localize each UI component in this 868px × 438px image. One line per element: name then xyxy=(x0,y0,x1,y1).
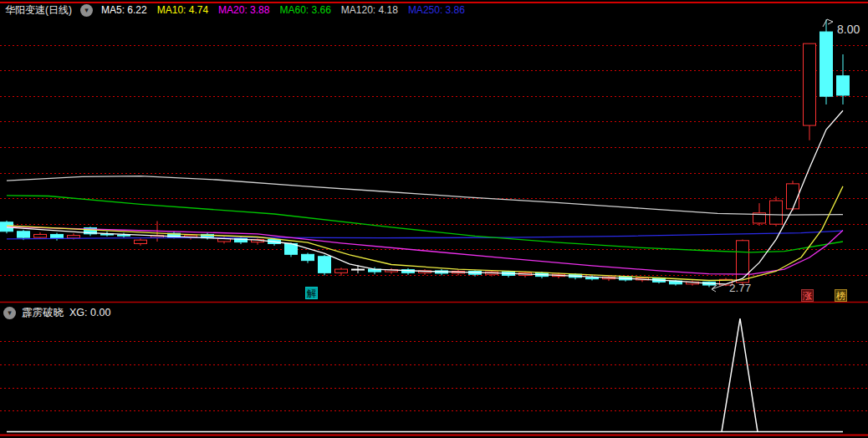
signal-spike xyxy=(722,318,758,432)
candle[interactable] xyxy=(385,268,398,274)
candle[interactable] xyxy=(335,267,348,276)
candles[interactable] xyxy=(1,19,850,287)
stock-chart-window: 8.002.77 华阳变速(日线) ▾ MA5: 6.22MA10: 4.74M… xyxy=(0,0,868,438)
ma-readouts: MA5: 6.22MA10: 4.74MA20: 3.88MA60: 3.66M… xyxy=(101,4,465,16)
candle[interactable] xyxy=(486,271,498,277)
ma-line-MA60 xyxy=(7,196,843,252)
candle[interactable] xyxy=(586,275,599,280)
candle[interactable] xyxy=(84,227,97,236)
chevron-down-icon[interactable]: ▾ xyxy=(80,4,93,17)
page-title: 华阳变速(日线) xyxy=(5,3,72,18)
event-badge[interactable]: 解 xyxy=(305,287,318,299)
ma-lines xyxy=(7,110,843,283)
main-chart-header: 华阳变速(日线) ▾ MA5: 6.22MA10: 4.74MA20: 3.88… xyxy=(5,3,465,17)
event-badge[interactable]: 榜 xyxy=(835,289,847,302)
candle[interactable] xyxy=(703,282,716,288)
low-price-label: 2.77 xyxy=(729,282,751,294)
candle[interactable] xyxy=(402,268,415,275)
ma-readout-ma250: MA250: 3.86 xyxy=(408,4,465,16)
candle[interactable] xyxy=(837,54,850,104)
sub-indicator-panel xyxy=(0,318,868,435)
candle[interactable] xyxy=(770,196,783,226)
candle[interactable] xyxy=(302,252,314,262)
candle[interactable] xyxy=(419,269,431,275)
ma-readout-ma60: MA60: 3.66 xyxy=(279,4,330,16)
ma-readout-ma20: MA20: 3.88 xyxy=(218,4,269,16)
candle[interactable] xyxy=(436,269,448,275)
ma-readout-ma10: MA10: 4.74 xyxy=(157,4,208,16)
sub-indicator-readout: XG: 0.00 xyxy=(69,307,110,318)
candle[interactable] xyxy=(135,238,147,246)
candle[interactable] xyxy=(804,43,816,140)
sub-indicator-title: 霹雳破晓 xyxy=(22,306,64,320)
candle[interactable] xyxy=(51,233,64,241)
candle[interactable] xyxy=(34,232,47,239)
ma-line-MA120 xyxy=(7,176,843,216)
candlestick-chart-canvas[interactable]: 8.002.77 xyxy=(0,0,868,438)
event-badge[interactable]: 涨 xyxy=(801,289,814,302)
candle[interactable] xyxy=(603,276,615,281)
high-flag-icon xyxy=(823,19,833,27)
chevron-down-icon[interactable]: ▾ xyxy=(3,307,16,319)
ma-line-MA10 xyxy=(7,186,843,281)
candle[interactable] xyxy=(469,270,482,276)
ma-readout-ma5: MA5: 6.22 xyxy=(101,4,147,16)
high-price-label: 8.00 xyxy=(837,23,860,36)
sub-indicator-header: ▾ 霹雳破晓 XG: 0.00 xyxy=(3,306,110,319)
ma-readout-ma120: MA120: 4.18 xyxy=(341,4,398,16)
candle[interactable] xyxy=(787,181,799,211)
candle[interactable] xyxy=(319,255,331,275)
candle[interactable] xyxy=(820,19,833,104)
price-annotations: 8.002.77 xyxy=(712,19,860,294)
ma-line-MA5 xyxy=(7,110,843,283)
